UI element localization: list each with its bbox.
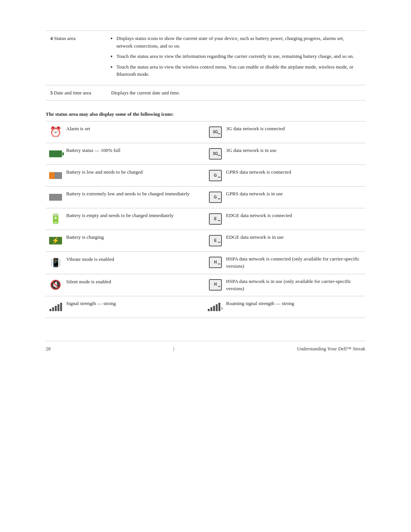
- icon-grid-row-6: Battery is charging E ▪▪ EDGE data netwo…: [46, 230, 365, 252]
- alarm-icon: ⏰: [49, 125, 62, 139]
- edge-connected-icon: E ▪▪: [209, 212, 222, 226]
- battery-xlow-icon: [49, 190, 62, 204]
- hspa-connected-icon: H ▪▪: [209, 256, 222, 269]
- hspa-in-use-label: HSPA data network is in use (only availa…: [226, 278, 362, 292]
- roaming-signal-icon: R: [209, 300, 222, 314]
- row-content-2: Displays the current date and time.: [107, 85, 365, 101]
- bullet-item-1: Displays status icons to show the curren…: [116, 35, 361, 50]
- icon-cell-alarm: ⏰ Alarm is set: [46, 121, 206, 143]
- row-number-label: 4 Status area: [46, 31, 107, 85]
- vibrate-icon: 📳: [49, 256, 62, 270]
- battery-empty-label: Battery is empty and needs to be charged…: [66, 212, 174, 219]
- icon-cell-3g-in-use: 3G ▪▪ 3G data network is in use: [206, 143, 365, 165]
- icon-grid-row-8: 🔇 Silent mode is enabled H ▪▪ HSPA data …: [46, 274, 365, 296]
- edge-connected-label: EDGE data network is connected: [226, 212, 292, 219]
- footer-title: Understanding Your Dell™ Streak: [297, 346, 365, 352]
- icon-cell-gprs-connected: G ▪▪ GPRS data network is connected: [206, 165, 365, 187]
- icon-cell-3g-connected: 3G ▪▪ 3G data network is connected: [206, 121, 365, 143]
- icon-grid-row-4: Battery is extremely low and needs to be…: [46, 187, 365, 208]
- icon-grid-row-5: 🔋 Battery is empty and needs to be charg…: [46, 208, 365, 230]
- icon-grid-row-9: Signal strength — strong R: [46, 296, 365, 318]
- row-number: 4: [50, 35, 53, 41]
- silent-icon: 🔇: [49, 278, 62, 292]
- icon-cell-hspa-in-use: H ▪▪ HSPA data network is in use (only a…: [206, 274, 365, 296]
- icon-cell-signal: Signal strength — strong: [46, 296, 206, 318]
- battery-charging-label: Battery is charging: [66, 234, 104, 241]
- icon-grid-row-1: ⏰ Alarm is set 3G ▪▪ 3G data network is …: [46, 121, 365, 143]
- icon-cell-battery-full: Battery status — 100% full: [46, 143, 206, 165]
- icon-cell-battery-charging: Battery is charging: [46, 230, 206, 252]
- bullet-item-3: Touch the status area to view the wirele…: [116, 63, 361, 78]
- info-table: 4 Status area Displays status icons to s…: [46, 30, 365, 101]
- icon-cell-edge-connected: E ▪▪ EDGE data network is connected: [206, 208, 365, 230]
- section-heading: The status area may also display some of…: [46, 111, 365, 117]
- gprs-connected-label: GPRS data network is connected: [226, 169, 291, 176]
- bullet-item-2: Touch the status area to view the inform…: [116, 53, 361, 60]
- row-label-2: Date and time area: [54, 90, 91, 96]
- icon-cell-battery-low: Battery is low and needs to be charged: [46, 165, 206, 187]
- page-number: 28: [46, 346, 51, 352]
- alarm-label: Alarm is set: [66, 125, 90, 133]
- signal-label: Signal strength — strong: [66, 300, 116, 307]
- icon-cell-roaming-signal: R Roaming signal strength — strong: [206, 296, 365, 318]
- icon-grid-row-7: 📳 Vibrate mode is enabled H ▪▪ HSPA data…: [46, 252, 365, 274]
- icon-grid-row-3: Battery is low and needs to be charged G…: [46, 165, 365, 187]
- signal-strength-icon: [49, 300, 62, 314]
- icon-cell-hspa-connected: H ▪▪ HSPA data network is connected (onl…: [206, 252, 365, 274]
- gprs-in-use-label: GPRS data network is in use: [226, 190, 283, 198]
- row-content: Displays status icons to show the curren…: [107, 31, 365, 85]
- 3g-connected-icon: 3G ▪▪: [209, 125, 222, 139]
- 3g-connected-label: 3G data network is connected: [226, 125, 285, 133]
- icon-cell-battery-xlow: Battery is extremely low and needs to be…: [46, 187, 206, 208]
- battery-empty-icon: 🔋: [49, 212, 62, 226]
- icon-grid-table: ⏰ Alarm is set 3G ▪▪ 3G data network is …: [46, 121, 365, 318]
- edge-in-use-label: EDGE data network is in use: [226, 234, 284, 241]
- 3g-in-use-icon: 3G ▪▪: [209, 147, 222, 161]
- icon-grid-row-2: Battery status — 100% full 3G ▪▪ 3G data…: [46, 143, 365, 165]
- bullet-list: Displays status icons to show the curren…: [111, 35, 361, 78]
- roaming-signal-label: Roaming signal strength — strong: [226, 300, 294, 307]
- icon-cell-silent: 🔇 Silent mode is enabled: [46, 274, 206, 296]
- gprs-in-use-icon: G ▪▪: [209, 190, 222, 204]
- 3g-in-use-label: 3G data network is in use: [226, 147, 277, 154]
- table-row-datetime: 5 Date and time area Displays the curren…: [46, 85, 365, 101]
- battery-low-label: Battery is low and needs to be charged: [66, 169, 143, 176]
- hspa-in-use-icon: H ▪▪: [209, 278, 222, 292]
- table-row-status-area: 4 Status area Displays status icons to s…: [46, 31, 365, 85]
- icon-cell-gprs-in-use: G ▪▪ GPRS data network is in use: [206, 187, 365, 208]
- vibrate-label: Vibrate mode is enabled: [66, 256, 114, 263]
- edge-in-use-icon: E ▪▪: [209, 234, 222, 248]
- silent-label: Silent mode is enabled: [66, 278, 111, 286]
- row-number-label-2: 5 Date and time area: [46, 85, 107, 101]
- battery-low-icon: [49, 169, 62, 182]
- gprs-connected-icon: G ▪▪: [209, 169, 222, 182]
- icon-cell-edge-in-use: E ▪▪ EDGE data network is in use: [206, 230, 365, 252]
- battery-charging-icon: [49, 234, 62, 248]
- battery-full-label: Battery status — 100% full: [66, 147, 120, 154]
- row-number-2: 5: [50, 90, 53, 96]
- footer: 28|Understanding Your Dell™ Streak: [46, 341, 365, 352]
- icon-cell-vibrate: 📳 Vibrate mode is enabled: [46, 252, 206, 274]
- footer-separator: |: [173, 346, 174, 352]
- icon-cell-battery-empty: 🔋 Battery is empty and needs to be charg…: [46, 208, 206, 230]
- hspa-connected-label: HSPA data network is connected (only ava…: [226, 256, 362, 270]
- row-label: Status area: [54, 35, 76, 41]
- battery-xlow-label: Battery is extremely low and needs to be…: [66, 190, 190, 198]
- battery-full-icon: [49, 147, 62, 161]
